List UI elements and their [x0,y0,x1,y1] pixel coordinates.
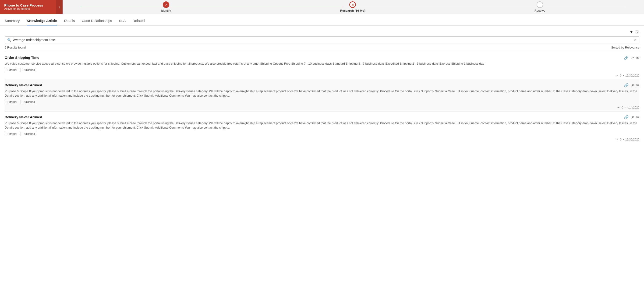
nav-tabs: Summary Knowledge Article Details Case R… [0,14,644,26]
results-sort: Sorted by Relevance [611,46,639,49]
step-research-circle: ◎ [349,1,356,8]
process-steps: ✓ Identify ◎ Research (16 Mo) Resolve [62,1,644,12]
filter-button[interactable]: ▼ [629,30,634,34]
views-count-3: 0 [620,138,622,141]
article-actions-3: 🔗 ↗ ✉ [624,115,639,119]
article-tags-2: External Published [5,100,639,104]
search-input[interactable] [13,38,634,42]
footer-separator-2: • [624,106,625,109]
article-email-button-1[interactable]: ✉ [636,55,639,60]
article-date-1: 12/30/2020 [625,74,639,77]
step-resolve: Resolve [534,1,546,12]
results-meta: 6 Results found Sorted by Relevance [5,46,639,49]
process-bar: Phone to Case Process Active for 16 mont… [0,0,644,14]
step-identify-label: Identify [161,9,171,12]
process-subtitle: Active for 16 months [4,7,52,10]
article-header-1: Order Shipping Time 🔗 ↗ ✉ [5,55,639,60]
tag-external-3: External [5,132,19,136]
article-card-1: Order Shipping Time 🔗 ↗ ✉ We value custo… [5,52,639,80]
results-count: 6 Results found [5,46,26,49]
article-header-2: Delivery Never Arrived 🔗 ↗ ✉ [5,83,639,87]
article-title-2: Delivery Never Arrived [5,83,42,87]
article-external-button-1[interactable]: ↗ [631,55,634,60]
search-clear-button[interactable]: ✕ [634,38,637,42]
step-identify: ✓ Identify [161,1,171,12]
sort-button[interactable]: ⇅ [636,29,639,34]
article-link-button-2[interactable]: 🔗 [624,83,628,87]
footer-separator-1: • [623,74,624,77]
article-date-2: 4/14/2020 [627,106,639,109]
article-card-2: Delivery Never Arrived 🔗 ↗ ✉ Purpose & S… [5,80,639,112]
views-count-2: 0 [622,106,623,109]
article-email-button-3[interactable]: ✉ [636,115,639,119]
article-external-button-2[interactable]: ↗ [631,83,634,87]
tab-related[interactable]: Related [133,19,145,25]
article-actions-2: 🔗 ↗ ✉ [624,83,639,87]
tag-external-2: External [5,100,19,104]
article-title-3: Delivery Never Arrived [5,115,42,119]
search-bar: 🔍 ✕ [5,36,639,43]
tab-summary[interactable]: Summary [5,19,20,25]
step-resolve-label: Resolve [534,9,546,12]
article-header-3: Delivery Never Arrived 🔗 ↗ ✉ [5,115,639,119]
article-email-button-2[interactable]: ✉ [636,83,639,87]
tab-knowledge-article[interactable]: Knowledge Article [26,19,57,25]
tab-case-relationships[interactable]: Case Relationships [82,19,112,25]
tag-published-2: Published [20,100,37,104]
article-actions-1: 🔗 ↗ ✉ [624,55,639,60]
article-footer-2: 👁 0 • 4/14/2020 [5,106,639,109]
process-line-active [81,7,343,7]
article-body-1: We value customer service above all else… [5,61,639,66]
tag-external-1: External [5,68,19,72]
article-date-3: 12/30/2020 [625,138,639,141]
article-link-button-3[interactable]: 🔗 [624,115,628,119]
article-title-1: Order Shipping Time [5,55,39,59]
views-icon-2: 👁 [618,106,620,109]
tab-details[interactable]: Details [64,19,75,25]
tag-published-3: Published [20,132,37,136]
views-icon-3: 👁 [616,138,618,141]
article-tags-1: External Published [5,68,639,72]
article-tags-3: External Published [5,132,639,136]
search-icon: 🔍 [7,38,11,42]
article-body-3: Purpose & Scope If your product is not d… [5,121,639,130]
views-icon-1: 👁 [616,74,618,77]
tag-published-1: Published [20,68,37,72]
footer-separator-3: • [623,138,624,141]
tab-sla[interactable]: SLA [119,19,126,25]
article-footer-3: 👁 0 • 12/30/2020 [5,138,639,141]
article-footer-1: 👁 0 • 12/30/2020 [5,74,639,77]
views-count-1: 0 [620,74,622,77]
step-research: ◎ Research (16 Mo) [340,1,366,12]
article-body-2: Purpose & Scope If your product is not d… [5,89,639,98]
main-content: ▼ ⇅ 🔍 ✕ 6 Results found Sorted by Releva… [0,26,644,147]
process-header: Phone to Case Process Active for 16 mont… [0,0,56,14]
process-title: Phone to Case Process [4,3,52,7]
step-research-label: Research (16 Mo) [340,9,366,12]
step-identify-circle: ✓ [163,1,169,8]
article-link-button-1[interactable]: 🔗 [624,55,628,60]
toolbar-row: ▼ ⇅ [5,29,639,34]
article-external-button-3[interactable]: ↗ [631,115,634,119]
article-card-3: Delivery Never Arrived 🔗 ↗ ✉ Purpose & S… [5,112,639,144]
collapse-button[interactable]: ‹ [56,0,62,14]
step-resolve-circle [536,1,543,8]
